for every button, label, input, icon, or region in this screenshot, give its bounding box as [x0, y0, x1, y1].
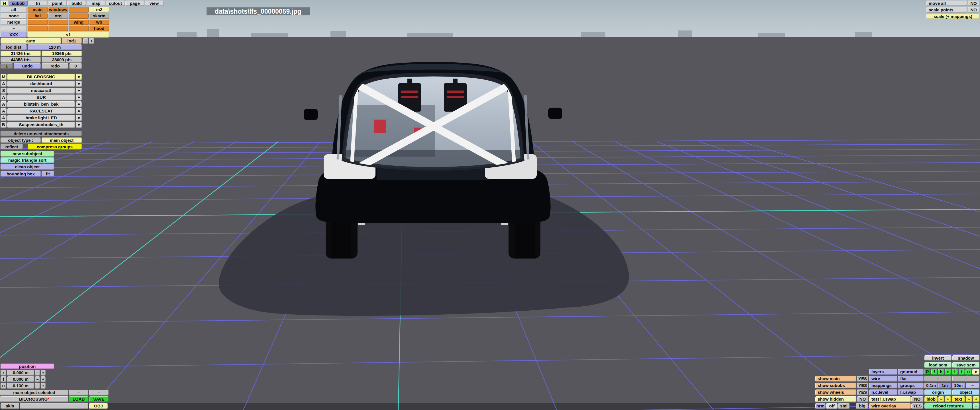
test-lr-swap-button[interactable]: test l.r.swap: [869, 396, 911, 402]
reflect-button[interactable]: reflect: [0, 144, 23, 149]
lod1-button[interactable]: lod1: [62, 38, 82, 44]
lod-minus-button[interactable]: –: [83, 38, 88, 44]
wire-dash-button[interactable]: –: [924, 376, 951, 381]
tab-cutout[interactable]: cutout: [106, 0, 125, 6]
wire-overlay-value[interactable]: YES: [912, 403, 923, 409]
viewport-3d[interactable]: [0, 0, 980, 410]
axis-f-minus-button[interactable]: –: [35, 377, 40, 382]
move-all-value[interactable]: NO: [968, 0, 980, 6]
object-visibility-dot[interactable]: ●: [76, 88, 82, 94]
wire-dash-button[interactable]: –: [952, 376, 980, 381]
object-visibility-dot[interactable]: ●: [76, 81, 82, 87]
object-visibility-dot[interactable]: ●: [76, 115, 82, 121]
object-flag[interactable]: A: [0, 102, 6, 107]
group-empty-slot[interactable]: [68, 7, 89, 13]
invert-button[interactable]: invert: [924, 355, 951, 361]
object-flag[interactable]: A: [0, 108, 6, 114]
nrm-off-button[interactable]: off: [826, 403, 838, 409]
axis-u-plus-button[interactable]: +: [41, 383, 46, 389]
blob-button[interactable]: blob: [924, 396, 937, 402]
grid-10m-button[interactable]: 10m: [952, 383, 965, 388]
object-row[interactable]: Suspensionbrakes_th: [7, 122, 75, 128]
compress-groups-button[interactable]: compress groups: [28, 144, 82, 149]
axis-f-plus-button[interactable]: +: [41, 377, 46, 382]
group-org-button[interactable]: org: [48, 13, 68, 19]
show-main-value[interactable]: YES: [857, 376, 868, 381]
shadow-button[interactable]: shadow: [952, 355, 980, 361]
wire-layer-button[interactable]: wire: [869, 376, 897, 381]
undo-button[interactable]: undo: [14, 63, 41, 69]
move-all-button[interactable]: move all: [926, 0, 967, 6]
select-none-button[interactable]: none: [0, 13, 27, 19]
nc-level-button[interactable]: n.c.level: [869, 389, 897, 395]
group-main-button[interactable]: main: [28, 7, 48, 13]
selection-minus-button[interactable]: –: [69, 390, 88, 396]
scale-mappings-button[interactable]: scale (+ mappings): [926, 14, 980, 19]
test-lr-swap-value[interactable]: NO: [912, 396, 923, 402]
nrm-button[interactable]: nrm: [815, 403, 826, 409]
tab-build[interactable]: build: [67, 0, 86, 6]
origin-button[interactable]: origin: [924, 389, 951, 395]
nrm-big-button[interactable]: big: [856, 403, 868, 409]
tab-view[interactable]: view: [145, 0, 164, 6]
select-all-button[interactable]: all: [0, 7, 27, 13]
group-empty-slot[interactable]: [68, 13, 89, 19]
proj-l-button[interactable]: l: [952, 369, 958, 375]
object-visibility-dot[interactable]: ●: [76, 108, 82, 114]
show-wheels-button[interactable]: show wheels: [815, 389, 856, 395]
gouraud-button[interactable]: gouraud: [898, 369, 924, 375]
lod-auto-button[interactable]: auto: [0, 38, 61, 44]
skin-value-field[interactable]: [20, 403, 88, 409]
object-button[interactable]: object: [952, 389, 980, 395]
save-button[interactable]: SAVE: [89, 396, 108, 402]
lod-plus-button[interactable]: +: [89, 38, 94, 44]
bounding-box-fit-button[interactable]: fit: [41, 171, 54, 176]
tab-tri[interactable]: tri: [29, 0, 47, 6]
text-plus-button[interactable]: +: [973, 396, 980, 402]
proj-r-button[interactable]: r: [945, 369, 951, 375]
merge-button[interactable]: merge: [0, 19, 27, 25]
group-skarm-button[interactable]: skarm: [89, 13, 109, 19]
load-scm-button[interactable]: load scm: [924, 362, 951, 368]
axis-u-minus-button[interactable]: –: [35, 383, 40, 389]
magic-triangle-sort-button[interactable]: magic triangle sort: [0, 157, 54, 163]
scale-points-button[interactable]: scale points: [926, 7, 967, 13]
group-wing-button[interactable]: wing: [68, 19, 89, 25]
show-wheels-value[interactable]: YES: [857, 389, 868, 395]
wire-overlay-button[interactable]: wire overlay: [869, 403, 911, 409]
tab-map[interactable]: map: [87, 0, 105, 6]
group-m2-button[interactable]: m2: [89, 7, 109, 13]
group-empty-slot[interactable]: [68, 25, 89, 31]
axis-r-plus-button[interactable]: +: [41, 370, 46, 375]
object-visibility-dot[interactable]: ●: [76, 122, 82, 128]
object-row[interactable]: moccaratt: [7, 88, 75, 94]
selection-minus-button[interactable]: –: [89, 390, 108, 396]
tab-point[interactable]: point: [48, 0, 67, 6]
axis-f-value[interactable]: 0.000 m: [7, 377, 34, 382]
proj-t-button[interactable]: t: [959, 369, 965, 375]
proj-p-button[interactable]: P: [924, 369, 931, 375]
axis-u-value[interactable]: 0.130 m: [7, 383, 34, 389]
group-wb-button[interactable]: wb: [89, 19, 109, 25]
flat-button[interactable]: flat: [898, 376, 924, 381]
tab-page[interactable]: page: [125, 0, 144, 6]
object-flag[interactable]: S: [0, 88, 6, 94]
version-v1-button[interactable]: v1: [28, 32, 109, 38]
object-flag[interactable]: B: [0, 122, 6, 128]
nrm-sml-button[interactable]: sml: [838, 403, 850, 409]
object-row[interactable]: brake light LED: [7, 115, 75, 121]
grid-dash-button[interactable]: –: [966, 383, 980, 388]
show-subobs-value[interactable]: YES: [857, 383, 868, 388]
lod-dist-value[interactable]: 120 m: [28, 44, 82, 50]
proj-u-button[interactable]: u: [966, 369, 972, 375]
text-minus-button[interactable]: –: [966, 396, 972, 402]
proj-b-button[interactable]: b: [938, 369, 944, 375]
axis-r-minus-button[interactable]: –: [35, 370, 40, 375]
group-hal-button[interactable]: hal: [28, 13, 48, 19]
redo-button[interactable]: redo: [42, 63, 68, 69]
delete-unused-attachments-button[interactable]: delete unused attachments: [0, 131, 82, 137]
blob-plus-button[interactable]: +: [945, 396, 951, 402]
group-empty-slot[interactable]: [48, 19, 68, 25]
blob-minus-button[interactable]: –: [939, 396, 944, 402]
groups-button[interactable]: groups: [898, 383, 924, 388]
